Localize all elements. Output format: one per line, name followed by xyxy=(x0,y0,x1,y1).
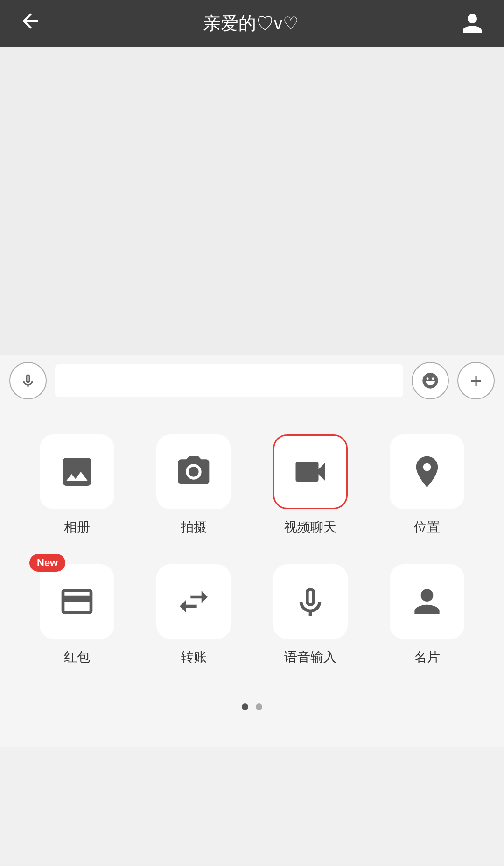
album-icon-box xyxy=(40,434,114,509)
back-button[interactable] xyxy=(19,9,42,37)
message-input[interactable] xyxy=(55,364,403,397)
extras-row-1: 相册 拍摄 视频聊天 xyxy=(28,434,476,536)
location-icon-box xyxy=(390,434,464,509)
redpacket-label: 红包 xyxy=(64,648,90,666)
add-extras-button[interactable]: + xyxy=(457,362,495,399)
location-label: 位置 xyxy=(414,518,440,536)
contact-avatar[interactable] xyxy=(459,10,485,36)
extras-panel: 相册 拍摄 视频聊天 xyxy=(0,406,504,747)
chat-title: 亲爱的♡v♡ xyxy=(203,12,299,35)
transfer-icon-box xyxy=(156,564,231,639)
grid-item-album[interactable]: 相册 xyxy=(28,434,126,536)
dot-1 xyxy=(242,703,248,710)
grid-item-card[interactable]: 名片 xyxy=(378,564,476,666)
grid-item-video[interactable]: 视频聊天 xyxy=(261,434,359,536)
grid-item-redpacket[interactable]: New 红包 xyxy=(28,564,126,666)
redpacket-icon-box: New xyxy=(40,564,114,639)
dot-2 xyxy=(256,703,262,710)
grid-item-location[interactable]: 位置 xyxy=(378,434,476,536)
card-icon-box xyxy=(390,564,464,639)
camera-label: 拍摄 xyxy=(181,518,207,536)
header: 亲爱的♡v♡ xyxy=(0,0,504,47)
card-label: 名片 xyxy=(414,648,440,666)
voice-input-label: 语音输入 xyxy=(284,648,336,666)
chat-messages-area xyxy=(0,47,504,355)
extras-row-2: New 红包 转账 语音输入 xyxy=(28,564,476,666)
voice-button[interactable] xyxy=(9,362,47,399)
emoji-button[interactable] xyxy=(412,362,449,399)
grid-item-camera[interactable]: 拍摄 xyxy=(145,434,243,536)
transfer-label: 转账 xyxy=(181,648,207,666)
new-badge: New xyxy=(29,554,65,572)
input-bar: + xyxy=(0,355,504,406)
grid-item-transfer[interactable]: 转账 xyxy=(145,564,243,666)
voice-input-icon-box xyxy=(273,564,348,639)
video-icon-box xyxy=(273,434,348,509)
album-label: 相册 xyxy=(64,518,90,536)
page-indicator xyxy=(28,694,476,729)
video-label: 视频聊天 xyxy=(284,518,336,536)
camera-icon-box xyxy=(156,434,231,509)
grid-item-voice-input[interactable]: 语音输入 xyxy=(261,564,359,666)
